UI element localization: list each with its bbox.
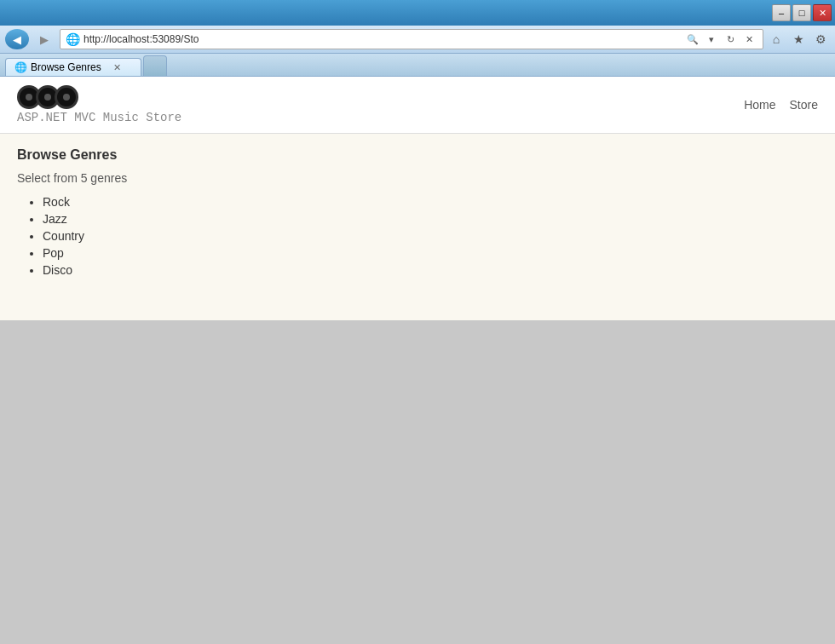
tab-close-button[interactable]: ✕	[112, 61, 124, 73]
tab-icon: 🌐	[14, 61, 27, 73]
genre-subtitle: Select from 5 genres	[17, 171, 818, 185]
list-item: Country	[43, 229, 818, 243]
list-item: Jazz	[43, 212, 818, 226]
app-title: ASP.NET MVC Music Store	[17, 111, 181, 124]
list-item: Rock	[43, 195, 818, 209]
url-text: http://localhost:53089/Sto	[84, 33, 681, 45]
dropdown-button[interactable]: ▾	[703, 30, 720, 49]
page-content: Browse Genres Select from 5 genres RockJ…	[0, 134, 835, 320]
store-nav-link[interactable]: Store	[790, 98, 818, 112]
page-title: Browse Genres	[17, 147, 818, 163]
forward-button[interactable]: ▶	[32, 29, 56, 49]
stop-button[interactable]: ✕	[740, 30, 757, 49]
address-bar: ◀ ▶ 🌐 http://localhost:53089/Sto 🔍 ▾ ↻ ✕…	[0, 26, 835, 54]
active-tab[interactable]: 🌐 Browse Genres ✕	[5, 58, 141, 76]
back-button[interactable]: ◀	[5, 29, 29, 49]
genre-link[interactable]: Jazz	[43, 212, 67, 226]
home-nav-link[interactable]: Home	[744, 98, 775, 112]
logo-image	[17, 85, 181, 109]
new-tab-button[interactable]	[143, 55, 167, 76]
browser-icon: 🌐	[66, 32, 80, 46]
maximize-button[interactable]: □	[792, 4, 811, 21]
address-input-container[interactable]: 🌐 http://localhost:53089/Sto 🔍 ▾ ↻ ✕	[60, 29, 763, 49]
nav-links: Home Store	[744, 98, 818, 112]
genre-list: RockJazzCountryPopDisco	[17, 195, 818, 277]
tab-label: Browse Genres	[31, 61, 101, 73]
list-item: Pop	[43, 246, 818, 260]
genre-link[interactable]: Disco	[43, 263, 72, 277]
title-bar: – □ ✕	[0, 0, 835, 26]
genre-link[interactable]: Country	[43, 229, 84, 243]
close-button[interactable]: ✕	[813, 4, 832, 21]
genre-link[interactable]: Rock	[43, 195, 70, 209]
favorites-icon[interactable]: ★	[789, 30, 808, 49]
logo-area: ASP.NET MVC Music Store	[17, 85, 181, 124]
list-item: Disco	[43, 263, 818, 277]
tab-bar: 🌐 Browse Genres ✕	[0, 54, 835, 77]
app-header: ASP.NET MVC Music Store Home Store	[0, 77, 835, 134]
browser-content: ASP.NET MVC Music Store Home Store Brows…	[0, 77, 835, 644]
home-icon[interactable]: ⌂	[767, 30, 786, 49]
vinyl-record-3	[55, 85, 78, 109]
footer-area	[0, 320, 835, 644]
tools-icon[interactable]: ⚙	[811, 30, 830, 49]
minimize-button[interactable]: –	[772, 4, 791, 21]
refresh-button[interactable]: ↻	[722, 30, 739, 49]
search-button[interactable]: 🔍	[684, 30, 701, 49]
genre-link[interactable]: Pop	[43, 246, 64, 260]
